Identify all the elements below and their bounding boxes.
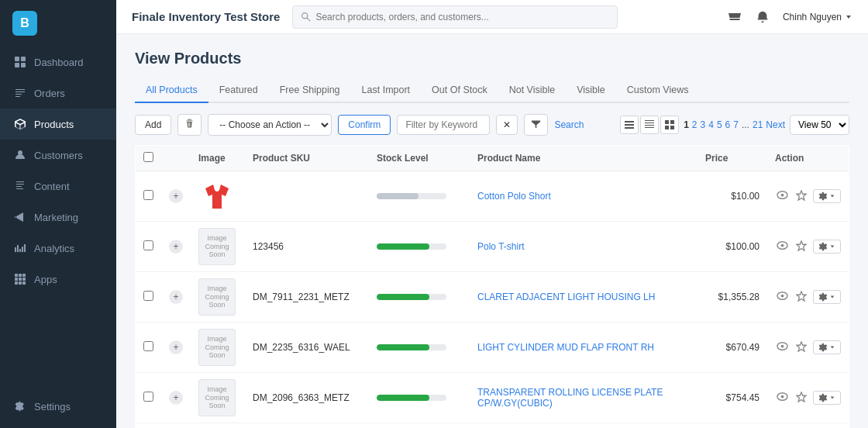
compact-view-icon[interactable] [640, 116, 659, 134]
page-3[interactable]: 3 [701, 119, 706, 130]
row-price: $670.49 [698, 323, 767, 373]
add-button[interactable]: Add [135, 115, 171, 135]
row-gear-button[interactable] [813, 240, 841, 254]
sidebar-item-content[interactable]: Content [0, 171, 116, 202]
row-view-button[interactable] [775, 238, 790, 255]
sidebar-item-customers[interactable]: Customers [0, 140, 116, 171]
row-add: + [161, 171, 191, 222]
product-name-link[interactable]: LIGHT CYLINDER MUD FLAP FRONT RH [477, 342, 654, 353]
row-gear-button[interactable] [813, 189, 841, 203]
sidebar-item-orders[interactable]: Orders [0, 78, 116, 109]
row-action [767, 272, 849, 323]
notification-icon[interactable] [755, 9, 770, 25]
product-name-link[interactable]: TRANSPARENT ROLLING LICENSE PLATE CP/W.G… [477, 387, 663, 409]
sidebar-item-apps[interactable]: Apps [0, 264, 116, 295]
svg-rect-16 [625, 121, 634, 123]
per-page-select[interactable]: View 50 [790, 115, 849, 135]
product-name-link[interactable]: Cotton Polo Short [477, 191, 551, 202]
store-icon[interactable] [727, 9, 742, 25]
stock-bar [377, 395, 429, 401]
svg-rect-1 [21, 57, 26, 61]
page-5[interactable]: 5 [717, 119, 722, 130]
row-gear-button[interactable] [813, 340, 841, 354]
sidebar-item-settings[interactable]: Settings [0, 391, 116, 422]
tab-out-of-stock[interactable]: Out Of Stock [421, 78, 498, 103]
sidebar-item-dashboard[interactable]: Dashboard [0, 47, 116, 78]
stock-bar-wrap [377, 193, 446, 199]
row-star-button[interactable] [794, 188, 808, 205]
row-sku: DM_2235_6316_WAEL [245, 323, 369, 373]
table-row: + Image Coming SoonDM_7911_2231_METZCLAR… [136, 272, 849, 323]
confirm-button[interactable]: Confirm [338, 115, 391, 135]
row-star-button[interactable] [794, 289, 808, 305]
products-icon [14, 118, 26, 130]
search-input[interactable] [315, 12, 609, 22]
page-next[interactable]: Next [766, 119, 785, 130]
row-add-button[interactable]: + [169, 240, 183, 254]
row-view-button[interactable] [775, 188, 790, 205]
row-action [767, 222, 849, 272]
svg-rect-20 [645, 123, 654, 123]
row-view-button[interactable] [775, 339, 790, 356]
sidebar-item-marketing[interactable]: Marketing [0, 202, 116, 233]
row-name: Polo T-shirt [470, 222, 698, 272]
row-name: TRANSPARENT ROLLING LICENSE PLATE CP/W.G… [470, 373, 698, 423]
page-7[interactable]: 7 [733, 119, 739, 130]
row-action [767, 423, 849, 429]
row-checkbox[interactable] [143, 240, 153, 250]
row-add-button[interactable]: + [169, 189, 183, 203]
row-add: + [161, 423, 191, 429]
row-star-button[interactable] [794, 340, 808, 356]
row-sku [245, 171, 369, 222]
tab-free-shipping[interactable]: Free Shipping [269, 78, 351, 103]
list-view-icon[interactable] [620, 116, 639, 134]
tab-visible[interactable]: Visible [566, 78, 616, 103]
row-gear-button[interactable] [813, 290, 841, 304]
svg-rect-3 [21, 63, 26, 67]
search-link[interactable]: Search [554, 119, 584, 130]
row-add: + [161, 373, 191, 423]
page-4[interactable]: 4 [708, 119, 714, 130]
tab-all-products[interactable]: All Products [135, 78, 208, 103]
topbar-icons: Chinh Nguyen [727, 9, 852, 25]
tab-featured[interactable]: Featured [208, 78, 269, 103]
action-select[interactable]: -- Choose an Action -- [208, 114, 332, 136]
select-all-checkbox[interactable] [143, 152, 153, 162]
row-add-button[interactable]: + [169, 340, 183, 354]
row-gear-button[interactable] [813, 391, 841, 405]
page-6[interactable]: 6 [725, 119, 731, 130]
sidebar-item-products[interactable]: Products [0, 109, 116, 140]
tab-last-import[interactable]: Last Import [351, 78, 422, 103]
row-checkbox[interactable] [143, 190, 153, 200]
page-1[interactable]: 1 [684, 119, 689, 130]
page-21[interactable]: 21 [753, 119, 763, 130]
filter-options-button[interactable] [524, 114, 548, 136]
search-icon [301, 12, 311, 22]
delete-button[interactable] [177, 114, 202, 136]
sidebar-item-label: Customers [34, 150, 83, 161]
row-checkbox[interactable] [143, 392, 153, 402]
row-checkbox[interactable] [143, 291, 153, 301]
row-checkbox[interactable] [143, 341, 153, 351]
user-menu[interactable]: Chinh Nguyen [783, 12, 852, 22]
sidebar-item-analytics[interactable]: Analytics [0, 233, 116, 264]
row-add-button[interactable]: + [169, 290, 183, 304]
row-star-button[interactable] [794, 239, 808, 255]
product-name-link[interactable]: CLARET ADJACENT LIGHT HOUSING LH [477, 292, 655, 302]
grid-view-icon[interactable] [660, 116, 679, 134]
row-star-button[interactable] [794, 390, 808, 406]
keyword-filter[interactable] [397, 115, 490, 135]
row-price: $1,355.28 [698, 272, 767, 323]
row-image: Image Coming Soon [191, 423, 245, 429]
search-bar[interactable] [292, 5, 618, 29]
row-add-button[interactable]: + [169, 391, 183, 405]
page-2[interactable]: 2 [692, 119, 698, 130]
tab-custom-views[interactable]: Custom Views [616, 78, 700, 103]
filter-clear-button[interactable]: ✕ [496, 115, 518, 135]
row-view-button[interactable] [775, 288, 790, 305]
svg-marker-32 [797, 240, 806, 250]
product-name-link[interactable]: Polo T-shirt [477, 241, 524, 252]
svg-rect-25 [665, 126, 669, 129]
row-view-button[interactable] [775, 389, 790, 406]
tab-not-visible[interactable]: Not Visible [498, 78, 567, 103]
